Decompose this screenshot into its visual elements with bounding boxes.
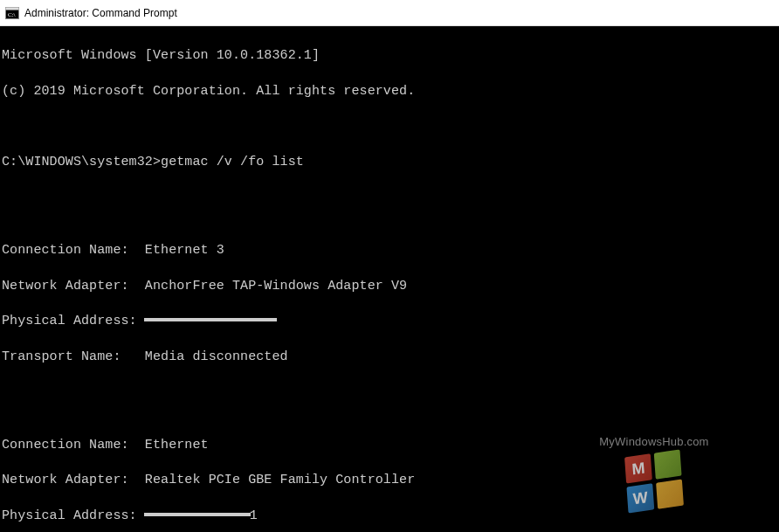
svg-text:C:\: C:\ [8,11,16,18]
entry-row: Network Adapter: AnchorFree TAP-Windows … [2,278,777,295]
redacted-mac [145,514,250,515]
label-connection: Connection Name: [2,438,129,453]
entry-row: Physical Address: 1 [2,508,777,525]
value-transport: Media disconnected [145,349,288,364]
window-title: Administrator: Command Prompt [24,7,177,19]
svg-rect-1 [6,7,19,10]
blank-line [2,118,777,135]
label-adapter: Network Adapter: [2,473,129,487]
label-physical: Physical Address: [2,508,137,523]
cmd-icon: C:\ [5,6,19,20]
entry-row: Connection Name: Ethernet [2,437,777,454]
physical-suffix: 1 [250,508,258,523]
value-connection: Ethernet 3 [145,243,224,258]
prompt-line: C:\WINDOWS\system32>getmac /v /fo list [2,154,777,171]
label-physical: Physical Address: [2,314,137,328]
entry-row: Physical Address: [2,313,777,330]
label-adapter: Network Adapter: [2,279,129,294]
entry-row: Network Adapter: Realtek PCIe GBE Family… [2,472,777,489]
redacted-mac [145,319,276,321]
label-connection: Connection Name: [2,243,129,258]
entry-row: Connection Name: Ethernet 3 [2,242,777,259]
entry-row: Transport Name: Media disconnected [2,349,777,366]
value-adapter: AnchorFree TAP-Windows Adapter V9 [145,279,407,294]
os-version-line: Microsoft Windows [Version 10.0.18362.1] [2,47,777,65]
label-transport: Transport Name: [2,349,121,364]
blank-line [2,189,777,206]
blank-line [2,383,777,401]
value-connection: Ethernet [145,438,209,453]
prompt-path: C:\WINDOWS\system32> [2,155,161,169]
value-adapter: Realtek PCIe GBE Family Controller [145,473,415,487]
copyright-line: (c) 2019 Microsoft Corporation. All righ… [2,83,777,100]
window-titlebar[interactable]: C:\ Administrator: Command Prompt [0,0,779,26]
command-text: getmac /v /fo list [161,155,304,169]
terminal-output[interactable]: Microsoft Windows [Version 10.0.18362.1]… [0,26,779,532]
